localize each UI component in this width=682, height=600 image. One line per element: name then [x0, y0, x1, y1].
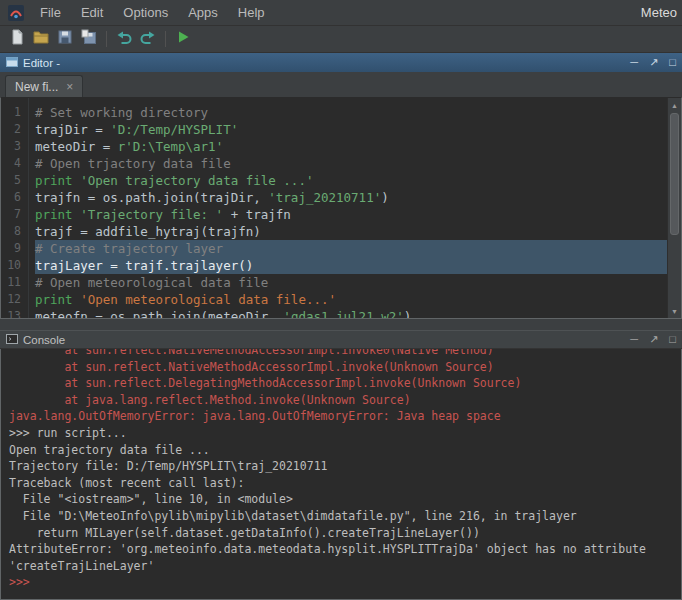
- console-line: 'createTrajLineLayer': [9, 558, 681, 575]
- console-line: AttributeError: 'org.meteoinfo.data.mete…: [9, 541, 681, 558]
- save-icon: [56, 28, 74, 50]
- console-panel-title: Console: [23, 334, 65, 346]
- line-number: 7: [1, 206, 21, 223]
- console-panel: Console ─ ↗ □ at sun.reflect.NativeMetho…: [0, 330, 682, 600]
- undo-button[interactable]: [112, 27, 136, 51]
- scroll-down-icon[interactable]: ▼: [668, 304, 681, 318]
- code-line: # Create trajectory layer: [35, 240, 681, 257]
- tab-label: New fi...: [15, 80, 58, 94]
- window-title: Meteo: [641, 5, 678, 20]
- code-area[interactable]: # Set working directorytrajDir = 'D:/Tem…: [29, 98, 681, 318]
- console-line: Open trajectory data file ...: [9, 442, 681, 459]
- minimize-icon[interactable]: ─: [630, 333, 638, 346]
- line-number: 6: [1, 189, 21, 206]
- scrollbar-thumb[interactable]: [670, 113, 679, 235]
- run-icon: [174, 28, 192, 50]
- line-number: 2: [1, 121, 21, 138]
- tab-close-icon[interactable]: ×: [66, 81, 73, 93]
- float-icon[interactable]: ↗: [649, 333, 658, 346]
- menu-help[interactable]: Help: [228, 0, 275, 25]
- toolbar: [0, 26, 682, 53]
- menu-file[interactable]: File: [30, 0, 71, 25]
- menu-edit[interactable]: Edit: [71, 0, 113, 25]
- console-line: at sun.reflect.NativeMethodAccessorImpl.…: [9, 349, 681, 359]
- run-script-button[interactable]: [171, 27, 195, 51]
- code-line: trajf = addfile_hytraj(trajfn): [35, 223, 681, 240]
- save-all-icon: [80, 28, 98, 50]
- redo-icon: [139, 28, 157, 50]
- code-line: # Open meteorological data file: [35, 274, 681, 291]
- maximize-icon[interactable]: □: [669, 56, 676, 69]
- minimize-icon[interactable]: ─: [630, 56, 638, 69]
- console-panel-icon: [6, 333, 18, 347]
- line-number: 10: [1, 257, 21, 274]
- code-line: # Open trjactory data file: [35, 155, 681, 172]
- console-line: return MILayer(self.dataset.getDataInfo(…: [9, 525, 681, 542]
- menu-apps[interactable]: Apps: [178, 0, 228, 25]
- menu-bar: File Edit Options Apps Help Meteo: [0, 0, 682, 26]
- line-number: 8: [1, 223, 21, 240]
- line-number: 11: [1, 274, 21, 291]
- app-logo-icon: [8, 4, 26, 22]
- console-line: Trajectory file: D:/Temp/HYSPLIT\traj_20…: [9, 458, 681, 475]
- line-number: 12: [1, 291, 21, 308]
- save-all-button[interactable]: [77, 27, 101, 51]
- line-number: 9: [1, 240, 21, 257]
- console-line: at sun.reflect.NativeMethodAccessorImpl.…: [9, 359, 681, 376]
- save-button[interactable]: [53, 27, 77, 51]
- code-line: trajLayer = trajf.trajlayer(): [35, 257, 681, 274]
- console-line: File "D:\MeteoInfo\pylib\mipylib\dataset…: [9, 508, 681, 525]
- line-number: 5: [1, 172, 21, 189]
- line-number: 13: [1, 308, 21, 319]
- maximize-icon[interactable]: □: [669, 333, 676, 346]
- code-line: print 'Open trajectory data file ...': [35, 172, 681, 189]
- editor-panel-header[interactable]: Editor - ─ ↗ □: [0, 53, 682, 72]
- meteoinfo-window: File Edit Options Apps Help Meteo: [0, 0, 682, 600]
- line-number: 4: [1, 155, 21, 172]
- code-editor[interactable]: 12345678910111213 # Set working director…: [0, 97, 682, 319]
- console-panel-header[interactable]: Console ─ ↗ □: [0, 330, 682, 349]
- float-icon[interactable]: ↗: [649, 56, 658, 69]
- console-line: at sun.reflect.DelegatingMethodAccessorI…: [9, 375, 681, 392]
- scroll-up-icon[interactable]: ▲: [668, 98, 681, 112]
- editor-vertical-scrollbar[interactable]: ▲ ▼: [667, 98, 681, 318]
- console-line: File "<iostream>", line 10, in <module>: [9, 491, 681, 508]
- menu-options[interactable]: Options: [113, 0, 178, 25]
- panel-splitter[interactable]: [0, 319, 682, 330]
- new-file-icon: [8, 28, 26, 50]
- line-number: 1: [1, 104, 21, 121]
- editor-panel-title: Editor -: [23, 57, 60, 69]
- console-line: java.lang.OutOfMemoryError: java.lang.Ou…: [9, 408, 681, 425]
- editor-panel: Editor - ─ ↗ □ New fi... × 1234567891011…: [0, 53, 682, 319]
- code-line: meteoDir = r'D:\Temp\ar1': [35, 138, 681, 155]
- code-line: trajfn = os.path.join(trajDir, 'traj_202…: [35, 189, 681, 206]
- open-folder-icon: [32, 28, 50, 50]
- code-line: print 'Trajectory file: ' + trajfn: [35, 206, 681, 223]
- code-line: # Set working directory: [35, 104, 681, 121]
- console-output[interactable]: at sun.reflect.NativeMethodAccessorImpl.…: [0, 349, 682, 600]
- console-text: at sun.reflect.NativeMethodAccessorImpl.…: [9, 349, 681, 591]
- line-number: 3: [1, 138, 21, 155]
- toolbar-separator: [165, 31, 166, 47]
- console-line: at java.lang.reflect.Method.invoke(Unkno…: [9, 392, 681, 409]
- tab-new-file[interactable]: New fi... ×: [5, 75, 83, 97]
- undo-icon: [115, 28, 133, 50]
- console-line: Traceback (most recent call last):: [9, 475, 681, 492]
- editor-panel-icon: [6, 56, 18, 70]
- code-line: trajDir = 'D:/Temp/HYSPLIT': [35, 121, 681, 138]
- console-line: >>>: [9, 574, 681, 591]
- console-line: >>> run script...: [9, 425, 681, 442]
- redo-button[interactable]: [136, 27, 160, 51]
- code-line: meteofn = os.path.join(meteoDir, 'gdas1.…: [35, 308, 681, 318]
- code-line: print 'Open meteorological data file...': [35, 291, 681, 308]
- line-number-gutter: 12345678910111213: [1, 98, 29, 318]
- editor-tab-bar: New fi... ×: [0, 72, 682, 97]
- toolbar-separator: [106, 31, 107, 47]
- new-file-button[interactable]: [5, 27, 29, 51]
- open-file-button[interactable]: [29, 27, 53, 51]
